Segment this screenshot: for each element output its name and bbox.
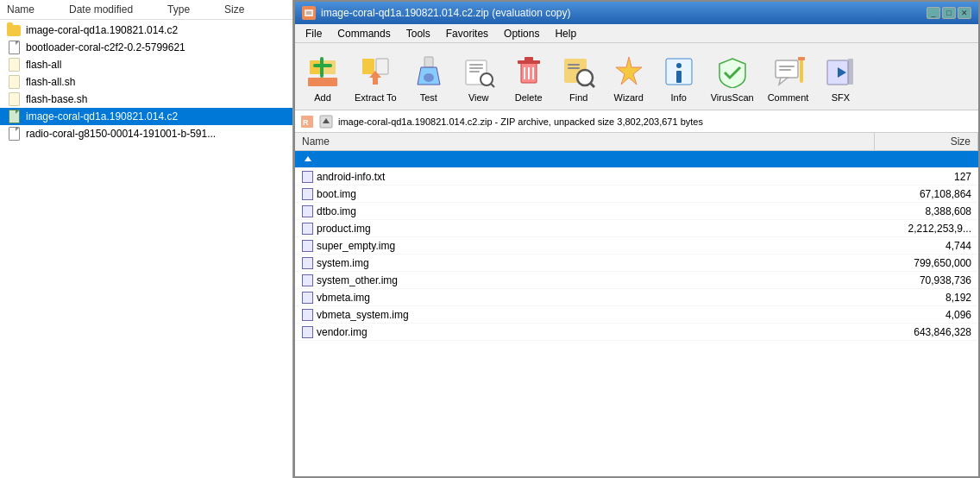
row-size-cell: 4,744 [875, 240, 978, 252]
row-filename: vbmeta.img [317, 292, 370, 304]
file-list: image-coral-qd1a.190821.014.c2bootloader… [0, 20, 292, 478]
menu-item-options[interactable]: Options [497, 26, 546, 41]
svg-rect-10 [376, 59, 388, 74]
maximize-button[interactable]: □ [942, 7, 956, 19]
menu-item-commands[interactable]: Commands [330, 26, 397, 41]
row-filename: super_empty.img [317, 240, 395, 252]
svg-rect-38 [779, 66, 795, 67]
toolbar-btn-sfx[interactable]: SFX [816, 47, 864, 106]
table-row[interactable]: system.img799,650,000 [295, 255, 978, 272]
toolbar-btn-test[interactable]: Test [405, 47, 453, 106]
row-size-cell: 2,212,253,9... [875, 223, 978, 235]
th-size[interactable]: Size [875, 133, 978, 150]
row-name-cell: vbmeta.img [295, 292, 875, 304]
file-item[interactable]: flash-all [0, 56, 292, 73]
svg-rect-1 [305, 9, 313, 16]
archive-icon [7, 110, 21, 123]
minimize-button[interactable]: _ [927, 7, 940, 19]
svg-rect-35 [676, 71, 682, 83]
file-item[interactable]: bootloader-coral-c2f2-0.2-5799621 [0, 39, 292, 56]
toolbar-btn-view[interactable]: View [455, 47, 503, 106]
info-icon [662, 54, 696, 89]
toolbar-btn-delete[interactable]: Delete [505, 47, 553, 106]
row-size-cell: 8,192 [875, 292, 978, 304]
virusscan-label: VirusScan [711, 92, 754, 103]
file-name: bootloader-coral-c2f2-0.2-5799621 [26, 41, 185, 53]
svg-rect-39 [779, 69, 791, 71]
toolbar-btn-comment[interactable]: Comment [762, 47, 815, 106]
col-size: Size [224, 3, 244, 16]
row-filename: vendor.img [317, 326, 368, 338]
svg-rect-12 [373, 78, 378, 85]
file-item[interactable]: image-coral-qd1a.190821.014.c2 [0, 108, 292, 125]
file-name: flash-all [26, 59, 61, 71]
window-controls[interactable]: _ □ ✕ [927, 7, 971, 19]
table-row[interactable]: boot.img67,108,864 [295, 186, 978, 203]
toolbar-btn-find[interactable]: Find [555, 47, 603, 106]
address-bar: R image-coral-qd1a.190821.014.c2.zip - Z… [295, 110, 978, 133]
toolbar-btn-virusscan[interactable]: VirusScan [705, 47, 760, 106]
script-icon [7, 92, 21, 106]
table-row[interactable]: vbmeta.img8,192 [295, 289, 978, 306]
toolbar: Add Extract To Test View Delete Find Wiz… [295, 43, 978, 110]
file-item[interactable]: radio-coral-g8150-00014-191001-b-591... [0, 125, 292, 142]
sfx-label: SFX [832, 92, 850, 103]
view-label: View [468, 92, 489, 103]
file-item[interactable]: image-coral-qd1a.190821.014.c2 [0, 22, 292, 39]
table-row[interactable]: product.img2,212,253,9... [295, 220, 978, 237]
table-row[interactable]: dtbo.img8,388,608 [295, 203, 978, 220]
toolbar-btn-info[interactable]: Info [655, 47, 703, 106]
svg-marker-37 [779, 78, 788, 85]
address-bar-icon: R [300, 115, 314, 129]
script-icon [7, 58, 21, 72]
table-row[interactable]: vendor.img643,846,328 [295, 324, 978, 341]
title-text: image-coral-qd1a.190821.014.c2.zip (eval… [321, 7, 921, 19]
th-name[interactable]: Name [295, 133, 875, 150]
test-label: Test [420, 92, 437, 103]
nav-up-icon[interactable] [319, 115, 333, 129]
row-name-cell [295, 154, 875, 166]
test-icon [411, 54, 446, 89]
table-row[interactable]: system_other.img70,938,736 [295, 272, 978, 289]
svg-rect-28 [568, 64, 580, 66]
row-size-cell: 4,096 [875, 309, 978, 321]
file-item[interactable]: flash-all.sh [0, 73, 292, 91]
toolbar-btn-add[interactable]: Add [298, 47, 347, 106]
extract-to-icon [358, 54, 393, 89]
file-name: flash-base.sh [26, 93, 87, 105]
svg-point-34 [676, 63, 682, 68]
close-button[interactable]: ✕ [958, 7, 971, 19]
file-item[interactable]: flash-base.sh [0, 91, 292, 108]
toolbar-btn-extract-to[interactable]: Extract To [349, 47, 403, 106]
svg-rect-4 [308, 78, 337, 86]
svg-rect-40 [800, 59, 803, 83]
delete-label: Delete [515, 92, 543, 103]
row-name-cell: super_empty.img [295, 240, 875, 252]
svg-rect-9 [362, 59, 374, 74]
toolbar-btn-wizard[interactable]: Wizard [605, 47, 653, 106]
table-row[interactable] [295, 151, 978, 168]
svg-marker-32 [616, 57, 642, 85]
file-name: image-coral-qd1a.190821.014.c2 [26, 110, 178, 123]
file-row-icon [302, 274, 313, 286]
menu-item-file[interactable]: File [298, 26, 329, 41]
table-row[interactable]: super_empty.img4,744 [295, 237, 978, 255]
menu-item-help[interactable]: Help [548, 26, 583, 41]
row-filename: product.img [317, 223, 371, 235]
wizard-label: Wizard [614, 92, 644, 103]
row-name-cell: dtbo.img [295, 205, 875, 217]
menu-item-favorites[interactable]: Favorites [439, 26, 495, 41]
svg-rect-13 [424, 57, 433, 67]
delete-icon [512, 54, 546, 89]
comment-icon [771, 54, 806, 89]
row-filename: boot.img [317, 188, 356, 200]
file-row-icon [302, 171, 313, 183]
table-row[interactable]: vbmeta_system.img4,096 [295, 306, 978, 324]
address-text: image-coral-qd1a.190821.014.c2.zip - ZIP… [338, 116, 973, 127]
menu-item-tools[interactable]: Tools [399, 26, 437, 41]
table-row[interactable]: android-info.txt127 [295, 168, 978, 186]
svg-text:R: R [303, 118, 309, 127]
file-row-icon [302, 223, 313, 235]
file-row-icon [302, 188, 313, 200]
file-row-icon [302, 326, 313, 338]
